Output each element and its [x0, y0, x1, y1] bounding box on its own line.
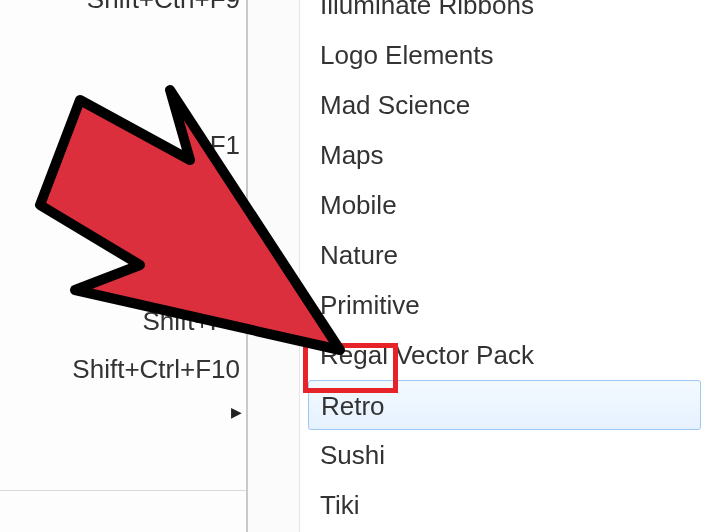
- submenu-item-retro[interactable]: Retro: [308, 380, 701, 430]
- submenu-item-mad-science[interactable]: Mad Science: [318, 80, 701, 130]
- menu-divider: [0, 490, 246, 491]
- submenu-item-maps[interactable]: Maps: [318, 130, 701, 180]
- menu-shortcut[interactable]: Shift+: [173, 260, 240, 291]
- brushes-submenu: Illuminate Ribbons Logo Elements Mad Sci…: [247, 0, 713, 532]
- submenu-item-sushi[interactable]: Sushi: [318, 430, 701, 480]
- submenu-icon-strip: [248, 0, 300, 532]
- submenu-item-illuminate-ribbons[interactable]: Illuminate Ribbons: [318, 0, 701, 30]
- menu-shortcut[interactable]: +F1: [194, 130, 240, 161]
- parent-menu-panel: Shift+Ctrl+F9 +F1 Shift+ Shift+F8 Shift+…: [0, 0, 247, 532]
- submenu-item-nature[interactable]: Nature: [318, 230, 701, 280]
- menu-shortcut[interactable]: Shift+F8: [142, 306, 240, 337]
- submenu-item-mobile[interactable]: Mobile: [318, 180, 701, 230]
- submenu-item-primitive[interactable]: Primitive: [318, 280, 701, 330]
- submenu-chevron-icon[interactable]: ▶: [231, 404, 242, 420]
- menu-shortcut[interactable]: Shift+Ctrl+F10: [72, 354, 240, 385]
- menu-shortcut[interactable]: Shift+Ctrl+F9: [87, 0, 240, 15]
- submenu-item-logo-elements[interactable]: Logo Elements: [318, 30, 701, 80]
- submenu-item-tiki[interactable]: Tiki: [318, 480, 701, 530]
- submenu-item-regal-vector-pack[interactable]: Regal Vector Pack: [318, 330, 701, 380]
